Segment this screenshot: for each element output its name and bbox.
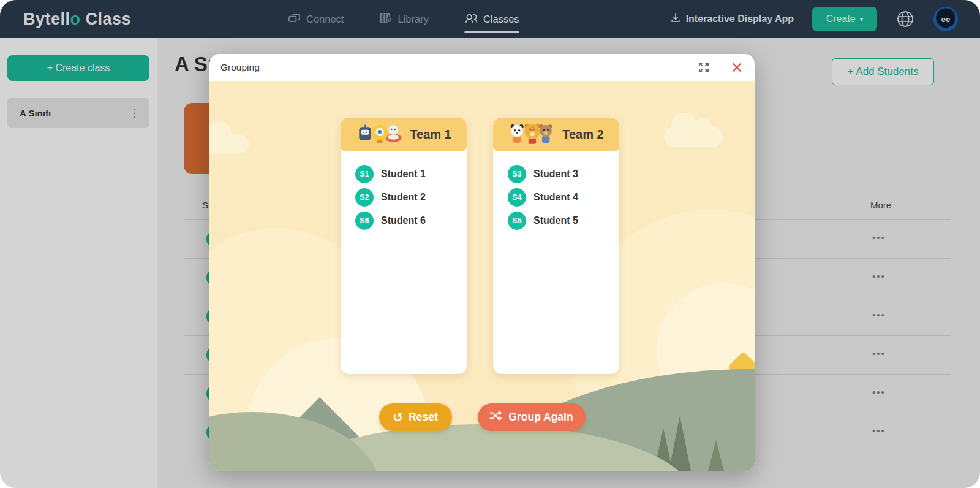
team-name: Team 2 <box>562 128 603 142</box>
team-card-1: Team 1 S1 Student 1 S2 Student 2 S6 Stud… <box>341 118 467 374</box>
hill-decoration <box>265 424 693 471</box>
member-name: Student 6 <box>381 215 426 226</box>
team-1-mascots-icon <box>356 121 404 148</box>
team-2-header: Team 2 <box>493 118 619 151</box>
modal-title: Grouping <box>221 62 260 73</box>
member-row: S3 Student 3 <box>508 162 619 186</box>
modal-actions: ↺ Reset Group Again <box>209 403 755 431</box>
team-2-mascots-icon <box>508 121 556 148</box>
member-row: S5 Student 5 <box>508 209 619 232</box>
team-1-members: S1 Student 1 S2 Student 2 S6 Student 6 <box>341 151 467 232</box>
member-name: Student 1 <box>381 169 426 180</box>
member-avatar: S2 <box>355 188 374 207</box>
pine-tree-icon <box>654 428 673 471</box>
member-avatar: S4 <box>508 188 526 207</box>
team-card-2: Team 2 S3 Student 3 S4 Student 4 S5 Stud… <box>493 118 619 374</box>
background-halo <box>657 283 755 418</box>
reset-button[interactable]: ↺ Reset <box>379 403 452 431</box>
grouping-scene: Team 1 S1 Student 1 S2 Student 2 S6 Stud… <box>209 81 755 471</box>
mountain-decoration <box>218 428 298 471</box>
mountain-door-decoration <box>312 432 326 459</box>
reset-label: Reset <box>409 411 438 424</box>
member-name: Student 5 <box>533 215 578 226</box>
member-name: Student 2 <box>381 192 426 203</box>
app-screen: Bytello Class Connect Library Classes <box>0 0 980 488</box>
team-2-members: S3 Student 3 S4 Student 4 S5 Student 5 <box>493 151 619 232</box>
member-avatar: S1 <box>355 165 374 183</box>
pine-tree-icon <box>238 444 251 471</box>
pine-tree-icon <box>268 437 284 471</box>
pine-tree-icon <box>744 428 755 471</box>
member-name: Student 3 <box>533 169 578 180</box>
member-row: S1 Student 1 <box>355 162 467 186</box>
modal-header: Grouping <box>209 54 755 81</box>
fullscreen-icon[interactable] <box>698 62 709 73</box>
member-avatar: S5 <box>508 212 526 230</box>
member-avatar: S6 <box>355 212 374 230</box>
member-name: Student 4 <box>533 192 578 203</box>
team-1-header: Team 1 <box>341 118 467 151</box>
cloud-decoration <box>209 134 249 154</box>
member-avatar: S3 <box>508 165 526 183</box>
close-icon[interactable] <box>731 62 742 73</box>
team-name: Team 1 <box>410 128 451 142</box>
group-again-button[interactable]: Group Again <box>478 403 586 431</box>
shuffle-icon <box>489 411 503 424</box>
member-row: S6 Student 6 <box>355 209 467 232</box>
reset-icon: ↺ <box>393 410 403 425</box>
member-row: S4 Student 4 <box>508 186 619 209</box>
group-again-label: Group Again <box>508 411 573 424</box>
pine-tree-icon <box>708 440 724 471</box>
member-row: S2 Student 2 <box>355 186 467 209</box>
cloud-decoration <box>664 126 723 147</box>
grouping-modal: Grouping <box>209 54 755 471</box>
